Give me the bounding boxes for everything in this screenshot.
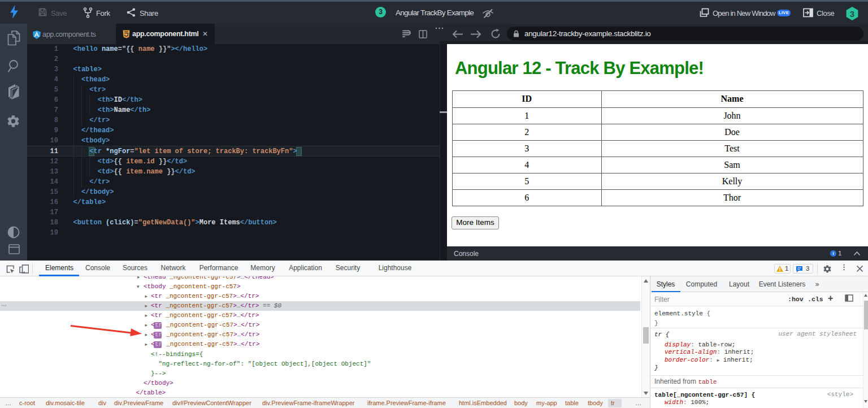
svg-text:3: 3: [850, 8, 854, 18]
